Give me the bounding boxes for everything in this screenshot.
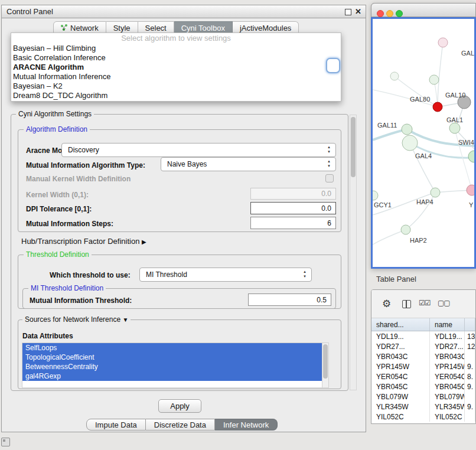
float-window-icon[interactable] (345, 9, 351, 15)
combo-value: Discovery (68, 146, 99, 154)
aracne-mode-combobox[interactable]: Discovery ▴▾ (61, 143, 336, 157)
table-cell: 9. (465, 402, 475, 412)
mac-zoom-icon[interactable] (396, 10, 403, 17)
attribute-item[interactable]: TopologicalCoefficient (22, 353, 322, 362)
algorithm-option[interactable]: Basic Correlation Inference (11, 53, 341, 63)
mi-type-combobox[interactable]: Naive Bayes ▴▾ (161, 157, 336, 171)
node-red[interactable] (433, 102, 442, 112)
table-cell: YIL052C (430, 412, 465, 422)
attributes-scrollbar[interactable] (322, 343, 328, 387)
column-header-name[interactable]: name (430, 318, 465, 331)
node-hap2[interactable] (401, 225, 410, 234)
node-gcy1[interactable] (373, 191, 378, 200)
table-row[interactable]: YER054CYER054C8. (371, 371, 475, 381)
column-header-extra[interactable] (465, 318, 475, 331)
node-gal1[interactable] (449, 123, 460, 133)
table-cell: YPR145W (371, 361, 430, 371)
node-pink-top[interactable] (438, 38, 448, 47)
data-attributes-label: Data Attributes (22, 332, 73, 340)
which-threshold-label: Which threshold to use: (50, 271, 131, 279)
table-cell: YPR145W (430, 361, 465, 371)
algorithm-placeholder: Select algorithm to view settings (11, 33, 341, 44)
node-pale[interactable] (390, 72, 399, 80)
apply-button[interactable]: Apply (158, 399, 201, 413)
table-row[interactable]: YLR345WYLR345W9. (371, 402, 475, 412)
algorithm-option[interactable]: Mutual Information Inference (11, 72, 341, 81)
threshold-definition-title: Threshold Definition (24, 250, 92, 259)
tab-discretize-data[interactable]: Discretize Data (146, 419, 215, 431)
manual-kernel-checkbox[interactable] (325, 174, 334, 182)
node-label: GCY1 (374, 201, 392, 208)
node-hap4[interactable] (431, 188, 440, 197)
table-cell (465, 392, 475, 402)
data-attributes-list[interactable]: SelfLoopsTopologicalCoefficientBetweenne… (22, 343, 329, 388)
tab-infer-network[interactable]: Infer Network (215, 419, 278, 431)
clear-all-checkboxes-icon[interactable]: ▢▢ (438, 299, 450, 307)
attributes-scrollbar-thumb[interactable] (323, 344, 328, 379)
column-header-shared-name[interactable]: shared... (371, 318, 430, 331)
table-cell: YBR045C (430, 381, 465, 392)
table-cell: YDL19... (430, 331, 465, 341)
table-cell: YDR27... (371, 341, 430, 351)
node-gal80[interactable] (429, 75, 439, 84)
table-row[interactable]: YDL19...YDL19...13 (371, 331, 475, 341)
window-title: Control Panel (2, 7, 53, 16)
algorithm-combobox-focus-ring[interactable] (326, 58, 340, 73)
settings-group-title: Cyni Algorithm Settings (16, 110, 94, 118)
node-label: GAL1 (446, 116, 463, 123)
table-row[interactable]: YIL052CYIL052C (371, 412, 475, 422)
algorithm-option[interactable]: ARACNE Algorithm (11, 63, 341, 72)
chevron-down-icon: ▼ (122, 317, 128, 323)
settings-scrollbar[interactable] (350, 115, 357, 390)
dpi-tolerance-field[interactable]: 0.0 (250, 202, 336, 214)
table-row[interactable]: YBR045CYBR045C9. (371, 381, 475, 392)
table-cell: 12 (465, 341, 475, 351)
mac-close-icon[interactable] (377, 10, 384, 17)
table-columns-icon[interactable] (402, 300, 411, 308)
mi-steps-label: Mutual Information Steps: (26, 220, 113, 228)
gear-icon[interactable]: ⚙ (382, 298, 391, 310)
table-row[interactable]: YBR043CYBR043C (371, 351, 475, 361)
tab-impute-data[interactable]: Impute Data (86, 419, 146, 431)
table-header-row[interactable]: shared... name (371, 318, 475, 331)
node-gal4[interactable] (402, 135, 418, 151)
algorithm-dropdown-popup: Select algorithm to view settings Bayesi… (11, 32, 341, 102)
node-pink-right[interactable] (467, 185, 474, 195)
select-all-checkboxes-icon[interactable]: ☑☑ (419, 299, 431, 307)
table-row[interactable]: YPR145WYPR145W9. (371, 361, 475, 371)
attribute-item[interactable]: gal4RGexp (22, 371, 322, 381)
algorithm-option[interactable]: Bayesian – Hill Climbing (11, 44, 341, 53)
table-row[interactable]: YDR27...YDR27...12 (371, 341, 475, 351)
mi-threshold-group-title: MI Threshold Definition (28, 284, 106, 292)
sources-group-title[interactable]: Sources for Network Inference ▼ (22, 315, 131, 324)
tab-label: Select (145, 24, 167, 32)
node-right-green[interactable] (468, 151, 474, 162)
mi-steps-field[interactable]: 6 (250, 217, 336, 229)
panel-toggle-icon[interactable] (1, 438, 10, 446)
chevron-updown-icon: ▴▾ (326, 159, 332, 168)
table-cell: 13 (465, 331, 475, 341)
algorithm-option[interactable]: Dream8 DC_TDC Algorithm (11, 91, 341, 100)
algorithm-option[interactable]: Bayesian – K2 (11, 81, 341, 91)
hub-definition-toggle[interactable]: Hub/Transcription Factor Definition ▶ (21, 237, 146, 246)
algorithm-dropdown-list: Bayesian – Hill ClimbingBasic Correlatio… (11, 44, 341, 100)
node-label: HAP4 (416, 198, 433, 206)
kernel-width-field[interactable]: 0.0 (250, 188, 336, 200)
table-cell: YBR043C (430, 351, 465, 361)
table-row[interactable]: YBL079WYBL079W (371, 392, 475, 402)
settings-scrollbar-thumb[interactable] (351, 117, 356, 177)
mac-minimize-icon[interactable] (386, 10, 393, 17)
table-cell (465, 351, 475, 361)
network-window-titlebar[interactable] (371, 3, 476, 17)
attribute-item[interactable]: BetweennessCentrality (22, 362, 322, 371)
attribute-item[interactable]: SelfLoops (22, 343, 322, 353)
table-cell: YDR27... (430, 341, 465, 351)
mi-threshold-field[interactable]: 0.5 (248, 294, 331, 306)
table-cell: YBR045C (371, 381, 430, 392)
which-threshold-combobox[interactable]: MI Threshold ▴▾ (139, 268, 312, 282)
close-icon[interactable]: ✕ (355, 7, 361, 16)
node-gal11[interactable] (402, 124, 412, 135)
control-panel-titlebar[interactable]: Control Panel ✕ (1, 5, 366, 18)
tab-label: Network (70, 24, 99, 32)
network-canvas[interactable]: GAL GAL80 GAL10 GAL11 GAL1 SWI4 GAL4 GCY… (371, 17, 476, 269)
